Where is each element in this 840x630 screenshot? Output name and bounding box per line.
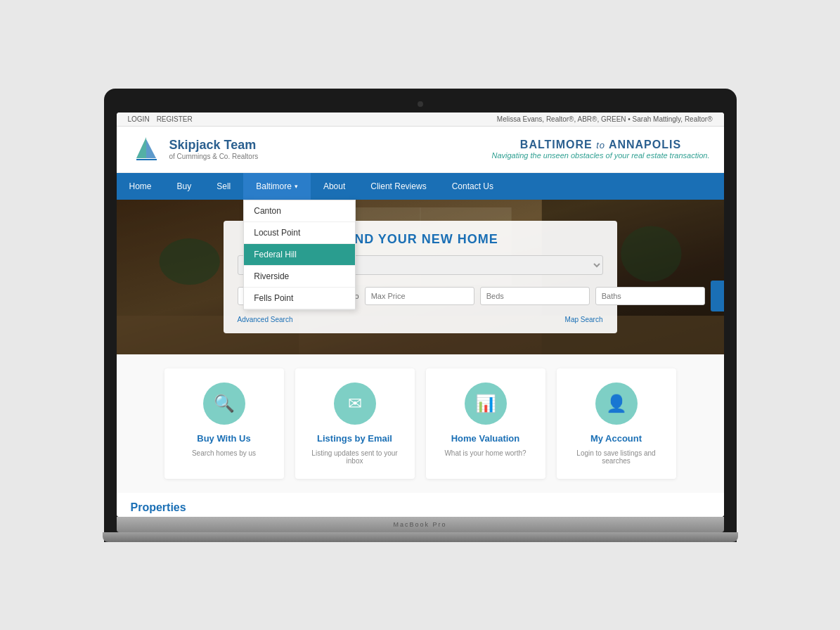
macbook-frame: LOGIN REGISTER Melissa Evans, Realtor®, …	[104, 89, 737, 542]
macbook-bottom-bar: MacBook Pro	[117, 517, 724, 532]
chart-icon: 📊	[465, 382, 507, 425]
logo-sailboat-icon	[131, 134, 162, 165]
my-account-title: My Account	[568, 433, 665, 444]
properties-section: Properties	[117, 493, 724, 517]
caret-icon: ▾	[295, 183, 298, 190]
properties-title: Properties	[131, 501, 710, 514]
dropdown-riverside[interactable]: Riverside	[244, 266, 355, 288]
buy-with-us-desc: Search homes by us	[176, 449, 273, 457]
search-links: Advanced Search Map Search	[238, 316, 603, 323]
map-search-link[interactable]: Map Search	[565, 316, 603, 323]
home-valuation-desc: What is your home worth?	[437, 449, 534, 457]
svg-point-10	[159, 238, 219, 285]
feature-buy-with-us[interactable]: 🔍 Buy With Us Search homes by us	[164, 368, 284, 479]
advanced-search-link[interactable]: Advanced Search	[238, 316, 293, 323]
my-account-desc: Login to save listings and searches	[568, 449, 665, 465]
site-header: Skipjack Team of Cummings & Co. Realtors…	[117, 127, 724, 173]
home-valuation-title: Home Valuation	[437, 433, 534, 444]
baltimore-dropdown-menu: Canton Locust Point Federal Hill Riversi…	[243, 200, 356, 310]
nav-about[interactable]: About	[311, 173, 358, 200]
nav-client-reviews[interactable]: Client Reviews	[358, 173, 439, 200]
main-nav: Home Buy Sell Baltimore ▾ Canton Locust …	[117, 173, 724, 200]
header-tagline: BALTIMORE to ANNAPOLIS Navigating the un…	[491, 139, 709, 160]
nav-baltimore-dropdown: Baltimore ▾ Canton Locust Point Federal …	[243, 173, 311, 200]
dropdown-federal-hill[interactable]: Federal Hill	[244, 244, 355, 266]
search-button[interactable]: SEARCH NOW	[711, 281, 724, 311]
buy-with-us-title: Buy With Us	[176, 433, 273, 444]
email-icon: ✉	[334, 382, 376, 425]
macbook-base	[103, 532, 738, 542]
agent-names: Melissa Evans, Realtor®, ABR®, GREEN • S…	[497, 115, 713, 123]
register-link[interactable]: REGISTER	[157, 115, 193, 123]
svg-marker-0	[136, 137, 146, 158]
dropdown-canton[interactable]: Canton	[244, 200, 355, 222]
city-line: BALTIMORE to ANNAPOLIS	[491, 139, 709, 151]
macbook-label: MacBook Pro	[117, 517, 724, 532]
logo-name: Skipjack Team	[169, 138, 259, 153]
listings-email-title: Listings by Email	[306, 433, 403, 444]
logo-text: Skipjack Team of Cummings & Co. Realtors	[169, 138, 259, 161]
hero-section: FIND YOUR NEW HOME Select a City to	[117, 200, 724, 354]
screen-bezel: LOGIN REGISTER Melissa Evans, Realtor®, …	[104, 89, 737, 542]
feature-my-account[interactable]: 👤 My Account Login to save listings and …	[557, 368, 676, 479]
site-wrapper: LOGIN REGISTER Melissa Evans, Realtor®, …	[117, 112, 724, 517]
search-icon: 🔍	[203, 382, 245, 425]
logo-sub: of Cummings & Co. Realtors	[169, 153, 259, 160]
nav-sell[interactable]: Sell	[204, 173, 243, 200]
max-price-input[interactable]	[365, 287, 474, 305]
top-bar-left: LOGIN REGISTER	[128, 115, 193, 123]
feature-home-valuation[interactable]: 📊 Home Valuation What is your home worth…	[426, 368, 545, 479]
dropdown-fells-point[interactable]: Fells Point	[244, 288, 355, 309]
logo-area: Skipjack Team of Cummings & Co. Realtors	[131, 134, 259, 165]
features-section: 🔍 Buy With Us Search homes by us ✉ Listi…	[117, 354, 724, 493]
nav-contact-us[interactable]: Contact Us	[439, 173, 506, 200]
tagline-text: Navigating the unseen obstacles of your …	[491, 151, 709, 160]
dropdown-locust-point[interactable]: Locust Point	[244, 222, 355, 244]
nav-home[interactable]: Home	[117, 173, 164, 200]
feature-listings-email[interactable]: ✉ Listings by Email Listing updates sent…	[295, 368, 415, 479]
account-icon: 👤	[595, 382, 638, 425]
login-link[interactable]: LOGIN	[128, 115, 150, 123]
listings-email-desc: Listing updates sent to your inbox	[306, 449, 403, 465]
top-bar: LOGIN REGISTER Melissa Evans, Realtor®, …	[117, 112, 724, 127]
baths-input[interactable]	[595, 287, 705, 305]
screen: LOGIN REGISTER Melissa Evans, Realtor®, …	[117, 112, 724, 517]
svg-point-11	[621, 226, 681, 281]
svg-marker-1	[146, 139, 156, 158]
nav-buy[interactable]: Buy	[164, 173, 205, 200]
camera	[418, 101, 423, 107]
nav-baltimore[interactable]: Baltimore ▾	[243, 173, 311, 200]
beds-input[interactable]	[480, 287, 590, 305]
